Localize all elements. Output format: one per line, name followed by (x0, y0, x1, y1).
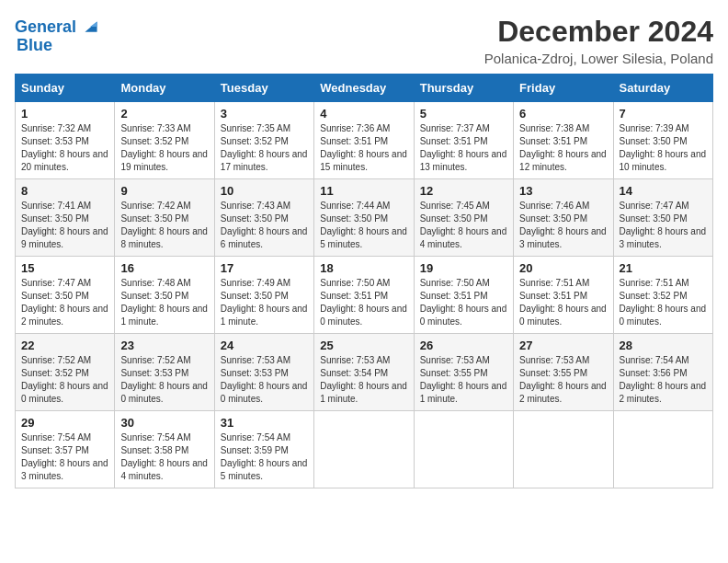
calendar-week-row: 1Sunrise: 7:32 AMSunset: 3:53 PMDaylight… (16, 102, 713, 179)
day-number: 26 (420, 339, 507, 352)
day-detail: Sunrise: 7:37 AMSunset: 3:51 PMDaylight:… (420, 122, 507, 174)
title-area: December 2024 Polanica-Zdroj, Lower Sile… (484, 15, 713, 66)
day-number: 20 (519, 261, 607, 275)
logo-text-line1: General (15, 18, 76, 37)
day-number: 29 (21, 416, 108, 430)
svg-marker-1 (90, 21, 97, 27)
day-number: 14 (620, 184, 707, 198)
calendar-cell: 11Sunrise: 7:44 AMSunset: 3:50 PMDayligh… (314, 179, 414, 257)
day-number: 27 (519, 339, 607, 352)
calendar-cell: 8Sunrise: 7:41 AMSunset: 3:50 PMDaylight… (16, 179, 115, 257)
day-detail: Sunrise: 7:44 AMSunset: 3:50 PMDaylight:… (320, 200, 407, 251)
day-detail: Sunrise: 7:54 AMSunset: 3:58 PMDaylight:… (120, 431, 208, 483)
day-detail: Sunrise: 7:54 AMSunset: 3:57 PMDaylight:… (21, 431, 108, 483)
calendar-cell: 2Sunrise: 7:33 AMSunset: 3:52 PMDaylight… (115, 102, 214, 179)
day-detail: Sunrise: 7:53 AMSunset: 3:53 PMDaylight:… (221, 354, 308, 406)
weekday-header: Friday (514, 75, 613, 102)
calendar-cell: 22Sunrise: 7:52 AMSunset: 3:52 PMDayligh… (16, 334, 115, 411)
day-number: 16 (120, 261, 208, 275)
calendar-cell: 27Sunrise: 7:53 AMSunset: 3:55 PMDayligh… (514, 334, 613, 411)
calendar-cell: 21Sunrise: 7:51 AMSunset: 3:52 PMDayligh… (613, 257, 712, 334)
logo: General Blue (15, 15, 104, 55)
day-detail: Sunrise: 7:51 AMSunset: 3:52 PMDaylight:… (620, 277, 707, 328)
calendar-cell: 31Sunrise: 7:54 AMSunset: 3:59 PMDayligh… (214, 411, 313, 488)
day-number: 30 (120, 416, 208, 430)
day-number: 17 (221, 261, 308, 275)
calendar-cell: 29Sunrise: 7:54 AMSunset: 3:57 PMDayligh… (16, 411, 115, 488)
page-header: General Blue December 2024 Polanica-Zdro… (15, 15, 713, 66)
day-number: 31 (221, 416, 308, 430)
day-number: 3 (221, 107, 308, 121)
day-detail: Sunrise: 7:38 AMSunset: 3:51 PMDaylight:… (519, 122, 607, 174)
calendar-week-row: 22Sunrise: 7:52 AMSunset: 3:52 PMDayligh… (16, 334, 713, 411)
day-number: 8 (21, 184, 108, 198)
calendar-cell: 16Sunrise: 7:48 AMSunset: 3:50 PMDayligh… (115, 257, 214, 334)
calendar-cell: 30Sunrise: 7:54 AMSunset: 3:58 PMDayligh… (115, 411, 214, 488)
day-detail: Sunrise: 7:47 AMSunset: 3:50 PMDaylight:… (620, 200, 707, 251)
day-number: 18 (320, 261, 407, 275)
calendar-cell (414, 411, 513, 488)
calendar-cell (613, 411, 712, 488)
day-number: 6 (519, 107, 607, 121)
calendar-cell: 3Sunrise: 7:35 AMSunset: 3:52 PMDaylight… (214, 102, 313, 179)
day-detail: Sunrise: 7:53 AMSunset: 3:55 PMDaylight:… (420, 354, 507, 406)
day-detail: Sunrise: 7:49 AMSunset: 3:50 PMDaylight:… (221, 277, 308, 328)
calendar-cell: 17Sunrise: 7:49 AMSunset: 3:50 PMDayligh… (214, 257, 313, 334)
day-detail: Sunrise: 7:50 AMSunset: 3:51 PMDaylight:… (420, 277, 507, 328)
day-number: 10 (221, 184, 308, 198)
calendar-cell: 25Sunrise: 7:53 AMSunset: 3:54 PMDayligh… (314, 334, 414, 411)
day-detail: Sunrise: 7:43 AMSunset: 3:50 PMDaylight:… (221, 200, 308, 251)
weekday-header: Saturday (613, 75, 712, 102)
calendar-cell (514, 411, 613, 488)
weekday-header: Thursday (414, 75, 513, 102)
day-number: 7 (620, 107, 707, 121)
calendar-cell: 6Sunrise: 7:38 AMSunset: 3:51 PMDaylight… (514, 102, 613, 179)
calendar-cell: 24Sunrise: 7:53 AMSunset: 3:53 PMDayligh… (214, 334, 313, 411)
main-title: December 2024 (484, 15, 713, 49)
calendar-cell: 12Sunrise: 7:45 AMSunset: 3:50 PMDayligh… (414, 179, 513, 257)
calendar-cell: 4Sunrise: 7:36 AMSunset: 3:51 PMDaylight… (314, 102, 414, 179)
calendar-week-row: 15Sunrise: 7:47 AMSunset: 3:50 PMDayligh… (16, 257, 713, 334)
day-detail: Sunrise: 7:54 AMSunset: 3:56 PMDaylight:… (620, 354, 707, 406)
day-detail: Sunrise: 7:52 AMSunset: 3:53 PMDaylight:… (120, 354, 208, 406)
day-detail: Sunrise: 7:50 AMSunset: 3:51 PMDaylight:… (320, 277, 407, 328)
day-detail: Sunrise: 7:33 AMSunset: 3:52 PMDaylight:… (120, 122, 208, 174)
calendar-table: SundayMondayTuesdayWednesdayThursdayFrid… (15, 74, 713, 488)
calendar-cell: 19Sunrise: 7:50 AMSunset: 3:51 PMDayligh… (414, 257, 513, 334)
calendar-cell: 28Sunrise: 7:54 AMSunset: 3:56 PMDayligh… (613, 334, 712, 411)
calendar-cell: 23Sunrise: 7:52 AMSunset: 3:53 PMDayligh… (115, 334, 214, 411)
calendar-cell: 18Sunrise: 7:50 AMSunset: 3:51 PMDayligh… (314, 257, 414, 334)
day-number: 22 (21, 339, 108, 352)
day-detail: Sunrise: 7:48 AMSunset: 3:50 PMDaylight:… (120, 277, 208, 328)
day-number: 9 (120, 184, 208, 198)
day-detail: Sunrise: 7:46 AMSunset: 3:50 PMDaylight:… (519, 200, 607, 251)
calendar-week-row: 29Sunrise: 7:54 AMSunset: 3:57 PMDayligh… (16, 411, 713, 488)
weekday-header: Tuesday (214, 75, 313, 102)
day-number: 1 (21, 107, 108, 121)
day-number: 15 (21, 261, 108, 275)
day-detail: Sunrise: 7:53 AMSunset: 3:54 PMDaylight:… (320, 354, 407, 406)
weekday-header: Monday (115, 75, 214, 102)
logo-icon (78, 15, 104, 40)
day-number: 13 (519, 184, 607, 198)
day-number: 11 (320, 184, 407, 198)
calendar-cell: 15Sunrise: 7:47 AMSunset: 3:50 PMDayligh… (16, 257, 115, 334)
day-detail: Sunrise: 7:54 AMSunset: 3:59 PMDaylight:… (221, 431, 308, 483)
day-number: 19 (420, 261, 507, 275)
calendar-cell: 9Sunrise: 7:42 AMSunset: 3:50 PMDaylight… (115, 179, 214, 257)
logo-text-line2: Blue (17, 37, 52, 55)
subtitle: Polanica-Zdroj, Lower Silesia, Poland (484, 51, 713, 66)
day-number: 12 (420, 184, 507, 198)
calendar-cell: 13Sunrise: 7:46 AMSunset: 3:50 PMDayligh… (514, 179, 613, 257)
day-number: 23 (120, 339, 208, 352)
calendar-cell: 26Sunrise: 7:53 AMSunset: 3:55 PMDayligh… (414, 334, 513, 411)
day-detail: Sunrise: 7:36 AMSunset: 3:51 PMDaylight:… (320, 122, 407, 174)
calendar-header: SundayMondayTuesdayWednesdayThursdayFrid… (16, 75, 713, 102)
calendar-cell (314, 411, 414, 488)
calendar-cell: 10Sunrise: 7:43 AMSunset: 3:50 PMDayligh… (214, 179, 313, 257)
calendar-cell: 1Sunrise: 7:32 AMSunset: 3:53 PMDaylight… (16, 102, 115, 179)
weekday-header: Wednesday (314, 75, 414, 102)
day-number: 24 (221, 339, 308, 352)
day-detail: Sunrise: 7:32 AMSunset: 3:53 PMDaylight:… (21, 122, 108, 174)
day-number: 25 (320, 339, 407, 352)
